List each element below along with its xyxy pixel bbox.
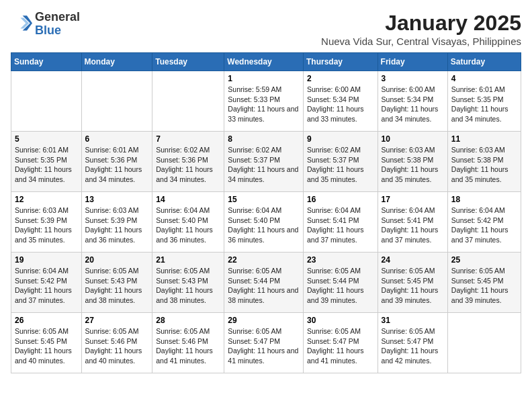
day-info: Sunrise: 6:00 AMSunset: 5:34 PMDaylight:… — [382, 85, 439, 123]
day-number: 30 — [307, 316, 374, 325]
day-number: 17 — [382, 195, 444, 204]
day-info: Sunrise: 5:59 AMSunset: 5:33 PMDaylight:… — [228, 85, 298, 123]
weekday-header-saturday: Saturday — [447, 53, 521, 71]
weekday-header-tuesday: Tuesday — [152, 53, 224, 71]
calendar-cell: 14Sunrise: 6:04 AMSunset: 5:40 PMDayligh… — [152, 192, 224, 253]
day-info: Sunrise: 6:03 AMSunset: 5:38 PMDaylight:… — [382, 146, 439, 183]
day-number: 7 — [156, 134, 220, 144]
day-info: Sunrise: 6:03 AMSunset: 5:38 PMDaylight:… — [451, 146, 508, 183]
day-info: Sunrise: 6:05 AMSunset: 5:47 PMDaylight:… — [382, 327, 439, 365]
logo-text: General Blue — [35, 11, 80, 38]
calendar-cell — [447, 313, 521, 373]
day-info: Sunrise: 6:05 AMSunset: 5:44 PMDaylight:… — [228, 267, 298, 304]
day-info: Sunrise: 6:02 AMSunset: 5:37 PMDaylight:… — [307, 146, 364, 183]
day-info: Sunrise: 6:04 AMSunset: 5:41 PMDaylight:… — [382, 206, 439, 244]
calendar-cell: 31Sunrise: 6:05 AMSunset: 5:47 PMDayligh… — [378, 313, 447, 373]
day-number: 8 — [228, 134, 300, 144]
month-title: January 2025 — [321, 11, 521, 36]
calendar-cell: 2Sunrise: 6:00 AMSunset: 5:34 PMDaylight… — [303, 71, 378, 132]
calendar-cell: 23Sunrise: 6:05 AMSunset: 5:44 PMDayligh… — [303, 253, 378, 313]
calendar-cell — [11, 71, 82, 132]
calendar-cell: 26Sunrise: 6:05 AMSunset: 5:45 PMDayligh… — [11, 313, 82, 373]
calendar-cell: 21Sunrise: 6:05 AMSunset: 5:43 PMDayligh… — [152, 253, 224, 313]
day-info: Sunrise: 6:04 AMSunset: 5:40 PMDaylight:… — [156, 206, 213, 244]
weekday-header-wednesday: Wednesday — [224, 53, 304, 71]
day-number: 13 — [85, 195, 149, 204]
day-number: 12 — [15, 195, 78, 204]
logo-icon — [11, 13, 32, 35]
calendar-week-row: 5Sunrise: 6:01 AMSunset: 5:35 PMDaylight… — [11, 132, 521, 192]
day-info: Sunrise: 6:04 AMSunset: 5:42 PMDaylight:… — [451, 206, 508, 244]
day-info: Sunrise: 6:05 AMSunset: 5:45 PMDaylight:… — [15, 327, 72, 365]
weekday-header-thursday: Thursday — [303, 53, 378, 71]
calendar-cell: 17Sunrise: 6:04 AMSunset: 5:41 PMDayligh… — [378, 192, 447, 253]
day-number: 21 — [156, 255, 220, 265]
day-number: 10 — [382, 134, 444, 144]
day-number: 6 — [85, 134, 149, 144]
day-info: Sunrise: 6:00 AMSunset: 5:34 PMDaylight:… — [307, 85, 364, 123]
calendar-cell: 1Sunrise: 5:59 AMSunset: 5:33 PMDaylight… — [224, 71, 304, 132]
calendar-cell: 7Sunrise: 6:02 AMSunset: 5:36 PMDaylight… — [152, 132, 224, 192]
calendar-cell: 13Sunrise: 6:03 AMSunset: 5:39 PMDayligh… — [81, 192, 152, 253]
day-info: Sunrise: 6:05 AMSunset: 5:43 PMDaylight:… — [156, 267, 213, 304]
day-info: Sunrise: 6:04 AMSunset: 5:40 PMDaylight:… — [228, 206, 298, 244]
day-info: Sunrise: 6:05 AMSunset: 5:45 PMDaylight:… — [451, 267, 508, 304]
calendar-table: SundayMondayTuesdayWednesdayThursdayFrid… — [11, 52, 521, 373]
day-info: Sunrise: 6:02 AMSunset: 5:36 PMDaylight:… — [156, 146, 213, 183]
day-number: 18 — [451, 195, 517, 204]
calendar-header: SundayMondayTuesdayWednesdayThursdayFrid… — [11, 53, 521, 71]
day-number: 14 — [156, 195, 220, 204]
day-number: 29 — [228, 316, 300, 325]
calendar-cell: 11Sunrise: 6:03 AMSunset: 5:38 PMDayligh… — [447, 132, 521, 192]
day-info: Sunrise: 6:05 AMSunset: 5:47 PMDaylight:… — [307, 327, 364, 365]
calendar-cell: 29Sunrise: 6:05 AMSunset: 5:47 PMDayligh… — [224, 313, 304, 373]
day-info: Sunrise: 6:01 AMSunset: 5:35 PMDaylight:… — [15, 146, 72, 183]
logo-blue: Blue — [35, 24, 61, 37]
calendar-cell: 22Sunrise: 6:05 AMSunset: 5:44 PMDayligh… — [224, 253, 304, 313]
day-number: 16 — [307, 195, 374, 204]
calendar-week-row: 26Sunrise: 6:05 AMSunset: 5:45 PMDayligh… — [11, 313, 521, 373]
calendar-cell: 20Sunrise: 6:05 AMSunset: 5:43 PMDayligh… — [81, 253, 152, 313]
day-number: 24 — [382, 255, 444, 265]
weekday-header-friday: Friday — [378, 53, 447, 71]
day-info: Sunrise: 6:03 AMSunset: 5:39 PMDaylight:… — [15, 206, 72, 244]
weekday-header-monday: Monday — [81, 53, 152, 71]
calendar-cell: 16Sunrise: 6:04 AMSunset: 5:41 PMDayligh… — [303, 192, 378, 253]
calendar-cell: 12Sunrise: 6:03 AMSunset: 5:39 PMDayligh… — [11, 192, 82, 253]
calendar-cell: 4Sunrise: 6:01 AMSunset: 5:35 PMDaylight… — [447, 71, 521, 132]
day-number: 27 — [85, 316, 149, 325]
day-info: Sunrise: 6:01 AMSunset: 5:36 PMDaylight:… — [85, 146, 142, 183]
weekday-header-sunday: Sunday — [11, 53, 82, 71]
day-info: Sunrise: 6:04 AMSunset: 5:41 PMDaylight:… — [307, 206, 364, 244]
day-number: 15 — [228, 195, 300, 204]
calendar-cell: 8Sunrise: 6:02 AMSunset: 5:37 PMDaylight… — [224, 132, 304, 192]
calendar-cell — [152, 71, 224, 132]
day-number: 22 — [228, 255, 300, 265]
day-number: 1 — [228, 74, 300, 83]
calendar-week-row: 1Sunrise: 5:59 AMSunset: 5:33 PMDaylight… — [11, 71, 521, 132]
day-info: Sunrise: 6:01 AMSunset: 5:35 PMDaylight:… — [451, 85, 508, 123]
calendar-week-row: 19Sunrise: 6:04 AMSunset: 5:42 PMDayligh… — [11, 253, 521, 313]
calendar-cell: 25Sunrise: 6:05 AMSunset: 5:45 PMDayligh… — [447, 253, 521, 313]
day-info: Sunrise: 6:04 AMSunset: 5:42 PMDaylight:… — [15, 267, 72, 304]
calendar-cell — [81, 71, 152, 132]
title-block: January 2025 Nueva Vida Sur, Central Vis… — [321, 11, 521, 47]
day-number: 25 — [451, 255, 517, 265]
day-info: Sunrise: 6:05 AMSunset: 5:44 PMDaylight:… — [307, 267, 364, 304]
day-number: 23 — [307, 255, 374, 265]
calendar-body: 1Sunrise: 5:59 AMSunset: 5:33 PMDaylight… — [11, 71, 521, 373]
day-number: 31 — [382, 316, 444, 325]
calendar-cell: 6Sunrise: 6:01 AMSunset: 5:36 PMDaylight… — [81, 132, 152, 192]
day-info: Sunrise: 6:05 AMSunset: 5:47 PMDaylight:… — [228, 327, 298, 365]
calendar-cell: 5Sunrise: 6:01 AMSunset: 5:35 PMDaylight… — [11, 132, 82, 192]
day-number: 5 — [15, 134, 78, 144]
logo: General Blue — [11, 11, 80, 38]
day-number: 4 — [451, 74, 517, 83]
day-number: 20 — [85, 255, 149, 265]
day-number: 19 — [15, 255, 78, 265]
day-number: 28 — [156, 316, 220, 325]
calendar-cell: 28Sunrise: 6:05 AMSunset: 5:46 PMDayligh… — [152, 313, 224, 373]
calendar-cell: 15Sunrise: 6:04 AMSunset: 5:40 PMDayligh… — [224, 192, 304, 253]
day-info: Sunrise: 6:05 AMSunset: 5:46 PMDaylight:… — [85, 327, 142, 365]
day-info: Sunrise: 6:03 AMSunset: 5:39 PMDaylight:… — [85, 206, 142, 244]
